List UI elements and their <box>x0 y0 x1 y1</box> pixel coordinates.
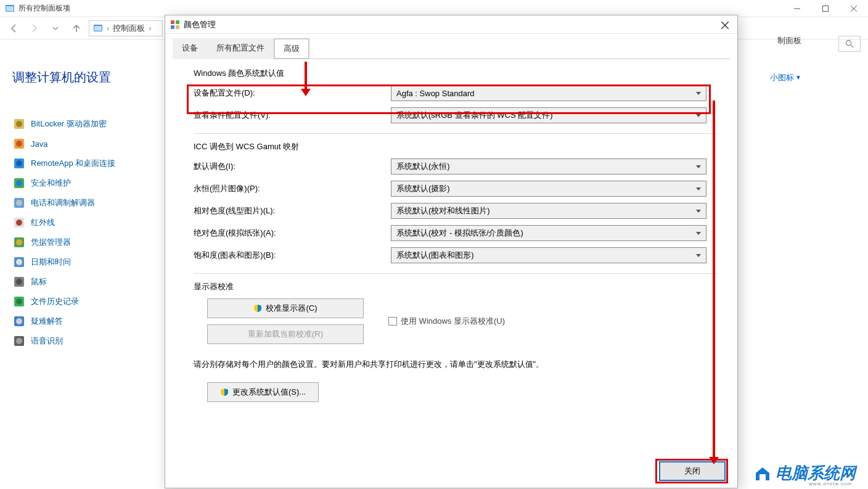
svg-point-19 <box>16 200 22 206</box>
tab-devices[interactable]: 设备 <box>173 38 207 59</box>
breadcrumb-sep: › <box>147 23 152 33</box>
up-button[interactable] <box>68 20 85 37</box>
shield-icon <box>220 388 229 397</box>
cp-item[interactable]: 凭据管理器 <box>14 237 115 248</box>
row-abs-color: 绝对色度(模拟纸张)(A): 系统默认(校对 - 模拟纸张/介质颜色) <box>194 225 730 241</box>
label-view-cond: 查看条件配置文件(V): <box>194 110 391 121</box>
select-rel-color[interactable]: 系统默认(校对和线性图片) <box>391 203 706 219</box>
breadcrumb-part[interactable]: 控制面板 <box>113 23 145 34</box>
section-icc: ICC 调色到 WCS Gamut 映射 <box>194 141 730 152</box>
select-device-profile[interactable]: Agfa : Swop Standard <box>391 85 706 101</box>
minimize-button[interactable] <box>783 0 811 17</box>
dialog-close-button[interactable] <box>718 19 732 31</box>
cp-item-label: RemoteApp 和桌面连接 <box>31 158 115 169</box>
checkbox-row[interactable]: 使用 Windows 显示器校准(U) <box>388 316 505 327</box>
address-bar[interactable]: › 控制面板 › <box>89 20 163 36</box>
color-management-dialog: 颜色管理 设备 所有配置文件 高级 Windows 颜色系统默认值 设备配置文件… <box>165 15 738 488</box>
dialog-close-bottom-button[interactable]: 关闭 <box>660 462 725 480</box>
svg-point-11 <box>16 121 22 127</box>
cp-item[interactable]: Java <box>14 138 115 149</box>
svg-rect-35 <box>176 20 179 24</box>
cp-item-label: Java <box>31 139 47 149</box>
calibrate-button[interactable]: 校准显示器(C) <box>207 298 364 318</box>
svg-point-27 <box>16 279 22 285</box>
label-device-profile: 设备配置文件(D): <box>194 88 391 99</box>
cp-item[interactable]: RemoteApp 和桌面连接 <box>14 158 115 169</box>
item-icon <box>14 178 25 189</box>
address-icon <box>93 23 103 33</box>
row-rendering: 默认调色(I): 系统默认(永恒) <box>194 158 730 175</box>
row-perceptual: 永恒(照片图像)(P): 系统默认(摄影) <box>194 181 730 197</box>
tab-all-profiles[interactable]: 所有配置文件 <box>207 38 274 59</box>
cp-window-title: 所有控制面板项 <box>18 3 70 14</box>
cp-item[interactable]: 安全和维护 <box>14 178 115 189</box>
select-rendering[interactable]: 系统默认(永恒) <box>391 158 706 175</box>
use-win-calib-checkbox[interactable] <box>388 317 397 326</box>
maximize-button[interactable] <box>811 0 840 17</box>
tab-advanced[interactable]: 高级 <box>274 38 309 59</box>
svg-point-31 <box>16 318 22 324</box>
svg-point-15 <box>16 160 22 166</box>
select-view-cond[interactable]: 系统默认(sRGB 查看条件的 WCS 配置文件) <box>391 107 706 123</box>
row-saturation: 饱和度(图表和图形)(B): 系统默认(图表和图形) <box>194 247 730 263</box>
item-icon <box>14 257 25 268</box>
section-defaults: Windows 颜色系统默认值 <box>194 68 730 79</box>
row-device-profile: 设备配置文件(D): Agfa : Swop Standard <box>194 85 730 101</box>
svg-point-17 <box>16 180 22 186</box>
svg-rect-40 <box>760 474 766 480</box>
cp-item[interactable]: 电话和调制解调器 <box>14 197 115 208</box>
row-view-cond: 查看条件配置文件(V): 系统默认(sRGB 查看条件的 WCS 配置文件) <box>194 107 730 123</box>
window-controls <box>783 0 868 17</box>
cp-item[interactable]: 红外线 <box>14 217 115 228</box>
back-button[interactable] <box>5 20 22 37</box>
cp-item[interactable]: 日期和时间 <box>14 257 115 268</box>
search-box[interactable] <box>838 36 861 52</box>
cp-item[interactable]: 鼠标 <box>14 276 115 287</box>
tabs: 设备 所有配置文件 高级 <box>173 38 730 59</box>
cp-item[interactable]: 疑难解答 <box>14 316 115 327</box>
cp-item[interactable]: BitLocker 驱动器加密 <box>14 118 115 129</box>
cp-item-label: 语音识别 <box>31 335 63 347</box>
label-rendering: 默认调色(I): <box>194 161 391 172</box>
cp-item-label: 疑难解答 <box>31 316 63 327</box>
select-abs-color[interactable]: 系统默认(校对 - 模拟纸张/介质颜色) <box>391 225 706 241</box>
cp-item-label: 电话和调制解调器 <box>31 197 95 208</box>
info-text: 请分别存储对每个用户的颜色设置。要对新用户和共享打印机进行更改，请单击"更改系统… <box>194 359 709 370</box>
item-icon <box>14 276 25 287</box>
history-dropdown[interactable] <box>47 20 64 37</box>
item-icon <box>14 158 25 169</box>
cp-item-label: 红外线 <box>31 217 55 228</box>
view-by-chevron-icon[interactable]: ▼ <box>795 74 801 81</box>
divider <box>194 273 718 274</box>
annotation-arrow-down-left <box>305 62 307 90</box>
item-icon <box>14 138 25 149</box>
select-saturation[interactable]: 系统默认(图表和图形) <box>391 247 706 263</box>
svg-point-33 <box>16 338 22 344</box>
item-icon <box>14 316 25 327</box>
watermark-url: www.dnxtw.com <box>809 481 852 487</box>
cp-item-label: 安全和维护 <box>31 178 71 189</box>
cp-items-list: BitLocker 驱动器加密JavaRemoteApp 和桌面连接安全和维护电… <box>14 118 115 355</box>
divider <box>194 133 718 134</box>
cp-item-label: 鼠标 <box>31 276 47 287</box>
cp-item[interactable]: 文件历史记录 <box>14 296 115 307</box>
svg-point-25 <box>16 259 22 265</box>
svg-rect-7 <box>94 26 102 31</box>
view-by-value[interactable]: 小图标 <box>770 72 794 83</box>
checkbox-label: 使用 Windows 显示器校准(U) <box>401 316 505 327</box>
watermark-logo-icon <box>753 464 772 483</box>
close-icon <box>721 22 729 29</box>
svg-point-13 <box>16 141 22 147</box>
change-defaults-button[interactable]: 更改系统默认值(S)... <box>207 382 319 402</box>
svg-rect-1 <box>6 6 14 11</box>
close-button[interactable] <box>840 0 868 17</box>
section-calib: 显示器校准 <box>194 281 730 292</box>
select-perceptual[interactable]: 系统默认(摄影) <box>391 181 706 197</box>
item-icon <box>14 197 25 208</box>
cp-item-label: 凭据管理器 <box>31 237 71 248</box>
dialog-title: 颜色管理 <box>184 19 216 30</box>
cp-item-label: BitLocker 驱动器加密 <box>31 118 107 129</box>
forward-button[interactable] <box>26 20 43 37</box>
cp-item[interactable]: 语音识别 <box>14 335 115 347</box>
calib-buttons-row: 校准显示器(C) 重新加载当前校准(R) 使用 Windows 显示器校准(U) <box>207 298 730 344</box>
